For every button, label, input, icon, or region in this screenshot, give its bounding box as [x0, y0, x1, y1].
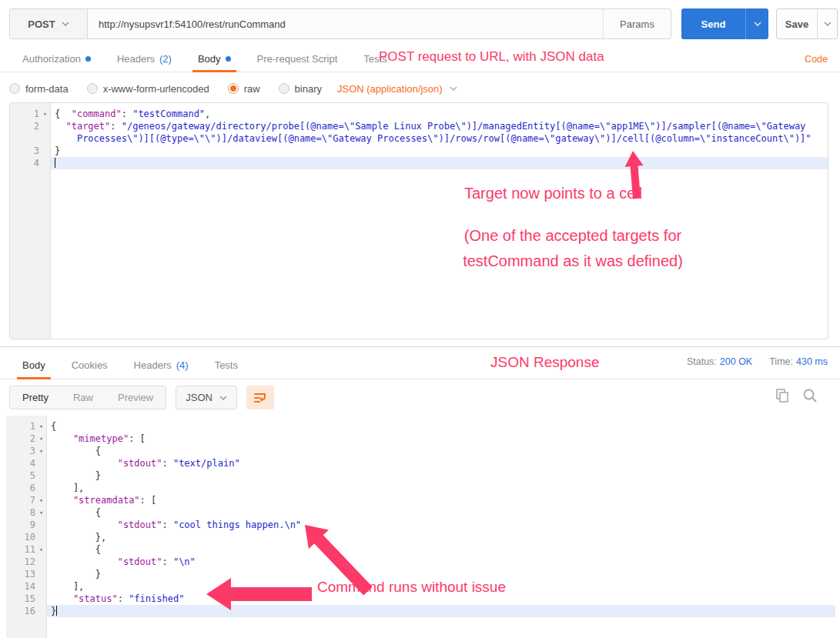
tab-label: Body: [22, 359, 45, 371]
code-line[interactable]: 4"stdout": "text/plain": [6, 457, 835, 469]
fold-arrow-icon[interactable]: ▾: [35, 506, 47, 519]
code-line[interactable]: 5}: [6, 469, 835, 482]
wrap-text-button[interactable]: [246, 386, 274, 409]
method-select[interactable]: POST: [10, 9, 88, 38]
annotation-command-runs: Command runs without issue: [317, 579, 506, 596]
text-cursor: [55, 158, 55, 168]
code-line[interactable]: 2 "target": "/geneos/gateway/directory/p…: [10, 120, 828, 132]
tab-label: Body: [198, 53, 221, 65]
code-line[interactable]: 2▾"mimetype": [: [6, 433, 835, 445]
view-raw[interactable]: Raw: [61, 386, 105, 409]
code-line[interactable]: 10},: [6, 531, 835, 543]
code-line[interactable]: 6],: [6, 482, 835, 494]
tab-response-headers[interactable]: Headers (4): [121, 351, 202, 379]
code-line[interactable]: Processes\")][(@type=\"\")]/dataview[(@n…: [10, 132, 828, 145]
search-button[interactable]: [802, 387, 818, 404]
annotation-line: testCommand as it was defined): [437, 249, 708, 274]
tab-pre-request-script[interactable]: Pre-request Script: [244, 46, 351, 72]
radio-label: x-www-form-urlencoded: [103, 83, 209, 95]
format-label: JSON: [186, 392, 213, 403]
radio-x-www-form-urlencoded[interactable]: x-www-form-urlencoded: [87, 83, 209, 95]
postman-app: POST http://nysupsvr1f:54100/rest/runCom…: [0, 0, 840, 638]
tab-count: (2): [159, 53, 172, 65]
status: Status:200 OK: [687, 356, 752, 367]
code-line[interactable]: 8▾{: [6, 506, 835, 519]
code-line[interactable]: 16}: [6, 605, 835, 617]
chevron-down-icon: [450, 86, 457, 91]
radio-raw[interactable]: raw: [228, 83, 260, 95]
content-type-select[interactable]: JSON (application/json): [337, 83, 457, 95]
time: Time:430 ms: [769, 356, 828, 367]
time-value: 430 ms: [796, 356, 828, 367]
request-body-editor[interactable]: 1▾{ "command": "testCommand",2 "target":…: [9, 102, 828, 339]
fold-arrow-icon[interactable]: ▾: [35, 420, 47, 433]
tab-response-tests[interactable]: Tests: [202, 351, 251, 379]
send-button[interactable]: Send: [681, 8, 768, 39]
radio-circle: [9, 83, 20, 94]
annotation-json-response: JSON Response: [490, 354, 600, 371]
copy-button[interactable]: [774, 387, 791, 404]
search-icon: [802, 387, 818, 404]
response-status-bar: Status:200 OK Time:430 ms: [687, 356, 828, 367]
tab-response-body[interactable]: Body: [9, 351, 59, 379]
code-line[interactable]: 9"stdout": "cool things happen.\n": [6, 519, 835, 531]
fold-arrow-icon[interactable]: ▾: [39, 108, 51, 120]
time-label: Time:: [769, 356, 793, 367]
url-input[interactable]: http://nysupsvr1f:54100/rest/runCommand: [88, 9, 603, 38]
code-line[interactable]: 12"stdout": "\n": [6, 556, 835, 568]
radio-binary[interactable]: binary: [279, 83, 322, 95]
code-line[interactable]: 7▾"streamdata": [: [6, 494, 835, 506]
annotation-post-request: POST request to URL, with JSON data: [379, 49, 604, 65]
chevron-down-icon: [824, 22, 832, 26]
code-line[interactable]: 3}: [10, 145, 828, 157]
fold-arrow-icon[interactable]: ▾: [35, 433, 47, 445]
content-type-label: JSON (application/json): [337, 83, 443, 95]
chevron-down-icon: [754, 22, 761, 26]
radio-label: binary: [295, 83, 322, 95]
fold-arrow-icon[interactable]: ▾: [35, 494, 47, 506]
save-dropdown[interactable]: [817, 9, 837, 38]
response-body-editor[interactable]: 1▾{2▾"mimetype": [3▾{4"stdout": "text/pl…: [6, 416, 835, 638]
request-url-bar: POST http://nysupsvr1f:54100/rest/runCom…: [9, 8, 828, 39]
radio-label: form-data: [25, 83, 69, 95]
params-button[interactable]: Params: [603, 9, 671, 38]
body-type-row: form-data x-www-form-urlencoded raw bina…: [9, 76, 457, 101]
wrap-text-icon: [253, 391, 267, 405]
radio-circle: [279, 83, 289, 94]
tab-authorization[interactable]: Authorization: [9, 46, 104, 72]
tab-label: Pre-request Script: [257, 53, 338, 65]
active-dot: [226, 56, 231, 62]
copy-icon: [774, 387, 791, 404]
response-toolbar: Pretty Raw Preview JSON: [9, 386, 274, 409]
radio-circle: [87, 83, 98, 94]
code-line[interactable]: 4: [10, 157, 828, 169]
chevron-down-icon: [62, 22, 69, 26]
code-link[interactable]: Code: [805, 46, 828, 72]
format-select[interactable]: JSON: [176, 386, 237, 409]
status-label: Status:: [687, 356, 717, 367]
save-button[interactable]: Save: [776, 8, 838, 39]
code-line[interactable]: 3▾{: [6, 445, 835, 457]
code-line[interactable]: 11▾{: [6, 543, 835, 556]
annotation-target-subnote: (One of the accepted targets for testCom…: [437, 223, 708, 274]
fold-arrow-icon[interactable]: ▾: [35, 543, 47, 556]
radio-form-data[interactable]: form-data: [9, 83, 69, 95]
annotation-target-cell: Target now points to a cell: [464, 185, 642, 202]
url-group: POST http://nysupsvr1f:54100/rest/runCom…: [9, 8, 671, 39]
radio-circle-selected: [228, 83, 239, 94]
method-label: POST: [28, 18, 55, 30]
code-line[interactable]: 1▾{: [6, 420, 835, 433]
tab-body[interactable]: Body: [185, 46, 244, 72]
send-dropdown[interactable]: [745, 8, 768, 39]
tab-headers[interactable]: Headers (2): [104, 46, 185, 72]
send-label: Send: [681, 8, 745, 39]
view-preview[interactable]: Preview: [105, 386, 166, 409]
tab-cookies[interactable]: Cookies: [59, 351, 121, 379]
tab-label: Cookies: [72, 359, 108, 371]
view-pretty[interactable]: Pretty: [10, 386, 61, 409]
code-line[interactable]: 1▾{ "command": "testCommand",: [10, 108, 828, 120]
fold-arrow-icon[interactable]: ▾: [35, 445, 47, 457]
active-dot: [85, 56, 91, 62]
tab-label: Headers: [117, 53, 155, 65]
tab-count: (4): [176, 359, 189, 371]
